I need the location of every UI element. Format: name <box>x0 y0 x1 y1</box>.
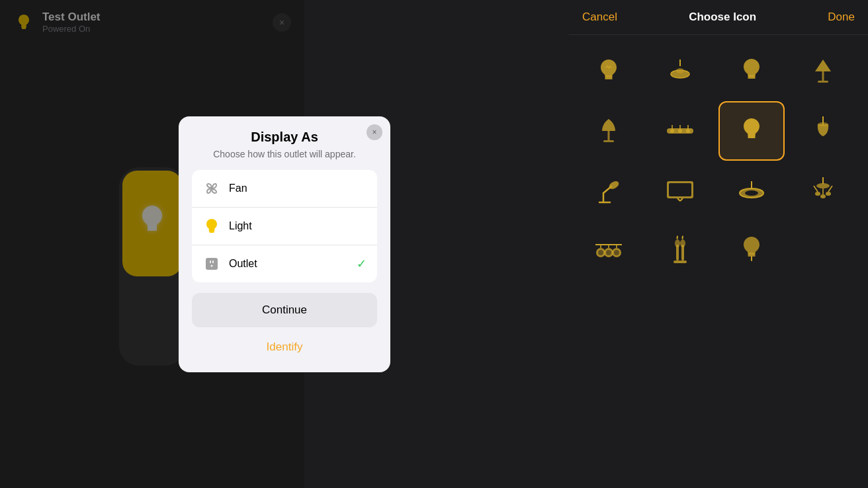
svg-point-54 <box>826 192 831 196</box>
icon-cell-desk-lamp[interactable] <box>576 161 642 220</box>
fan-label: Fan <box>229 183 367 194</box>
svg-rect-32 <box>748 134 756 136</box>
table-lamp-icon <box>806 55 840 88</box>
svg-point-61 <box>614 250 619 255</box>
svg-point-46 <box>745 190 758 196</box>
svg-point-53 <box>815 192 820 196</box>
outlet-icon <box>202 255 221 273</box>
identify-button[interactable]: Identify <box>192 335 377 359</box>
display-as-modal: × Display As Choose how this outlet will… <box>179 116 390 372</box>
svg-point-55 <box>820 194 826 198</box>
svg-rect-72 <box>749 254 755 255</box>
bulb-minimal-icon <box>735 233 768 266</box>
globe-lights-icon <box>592 233 625 266</box>
svg-rect-12 <box>605 75 613 77</box>
icon-cell-bulb-simple[interactable] <box>718 42 785 101</box>
svg-point-59 <box>598 250 603 255</box>
svg-rect-21 <box>822 71 824 81</box>
icon-cell-bulb-filament[interactable] <box>576 42 642 101</box>
svg-point-11 <box>211 264 213 266</box>
icon-cell-chandelier[interactable] <box>790 161 856 220</box>
svg-rect-19 <box>749 76 755 77</box>
svg-line-43 <box>680 198 683 201</box>
done-button[interactable]: Done <box>828 11 855 24</box>
icon-cell-tv-screen[interactable] <box>647 161 713 220</box>
icon-cell-table-lamp-2[interactable] <box>576 101 642 161</box>
modal-close-icon: × <box>372 128 376 137</box>
svg-marker-20 <box>815 60 831 71</box>
icon-cell-bulb-selected[interactable] <box>718 101 785 161</box>
option-fan[interactable]: Fan <box>192 170 377 208</box>
svg-rect-9 <box>210 261 211 263</box>
tv-screen-icon <box>664 174 697 207</box>
svg-point-68 <box>675 239 680 247</box>
icon-cell-bulb-minimal[interactable] <box>718 220 785 280</box>
svg-point-69 <box>680 239 685 247</box>
icon-chooser-header: Cancel Choose Icon Done <box>569 0 868 35</box>
icon-cell-table-lamp[interactable] <box>790 42 856 101</box>
icon-grid <box>569 35 868 488</box>
svg-point-39 <box>608 180 621 191</box>
svg-rect-10 <box>212 261 214 263</box>
icon-cell-candle-strip[interactable] <box>647 220 713 280</box>
svg-point-35 <box>818 122 828 126</box>
modal-close-button[interactable]: × <box>367 124 382 140</box>
svg-rect-22 <box>818 81 828 83</box>
desk-lamp-icon <box>592 174 625 207</box>
light-icon <box>202 217 221 235</box>
svg-rect-71 <box>748 253 756 254</box>
icon-cell-strip-light[interactable] <box>647 101 713 161</box>
svg-rect-8 <box>206 258 218 270</box>
right-panel: Cancel Choose Icon Done <box>569 0 868 488</box>
bulb-selected-icon <box>735 114 768 147</box>
outlet-label: Outlet <box>229 258 349 270</box>
fan-icon <box>202 179 221 198</box>
svg-point-60 <box>606 250 611 255</box>
pendant-2-icon <box>806 114 840 147</box>
option-light[interactable]: Light <box>192 208 377 245</box>
strip-light-icon <box>664 114 697 147</box>
table-lamp-2-icon <box>592 114 625 147</box>
modal-subtitle: Choose how this outlet will appear. <box>192 149 377 159</box>
chooser-title: Choose Icon <box>689 11 756 24</box>
svg-rect-24 <box>603 140 614 142</box>
modal-title: Display As <box>192 130 377 145</box>
light-label: Light <box>229 220 367 232</box>
icon-cell-pendant-2[interactable] <box>790 101 856 161</box>
bulb-filament-icon <box>592 55 625 88</box>
cancel-button[interactable]: Cancel <box>582 11 617 24</box>
icon-cell-globe-lights[interactable] <box>576 220 642 280</box>
display-options-list: Fan Light <box>192 170 377 282</box>
svg-rect-7 <box>210 231 214 233</box>
svg-rect-18 <box>748 75 756 76</box>
ceiling-pendant-icon <box>664 55 697 88</box>
option-outlet[interactable]: Outlet ✓ <box>192 245 377 282</box>
svg-rect-41 <box>669 183 691 196</box>
candle-strip-icon <box>664 233 697 266</box>
ceiling-ring-icon <box>735 174 768 207</box>
icon-cell-ceiling-ring[interactable] <box>718 161 785 220</box>
continue-button[interactable]: Continue <box>192 293 377 327</box>
svg-point-49 <box>816 183 830 188</box>
svg-rect-33 <box>749 136 755 137</box>
chandelier-icon <box>806 174 840 207</box>
svg-rect-23 <box>608 131 610 140</box>
bulb-simple-icon <box>735 55 768 88</box>
svg-rect-13 <box>605 77 612 78</box>
outlet-check-icon: ✓ <box>357 257 367 271</box>
svg-rect-70 <box>673 261 687 263</box>
icon-cell-ceiling-pendant[interactable] <box>647 42 713 101</box>
